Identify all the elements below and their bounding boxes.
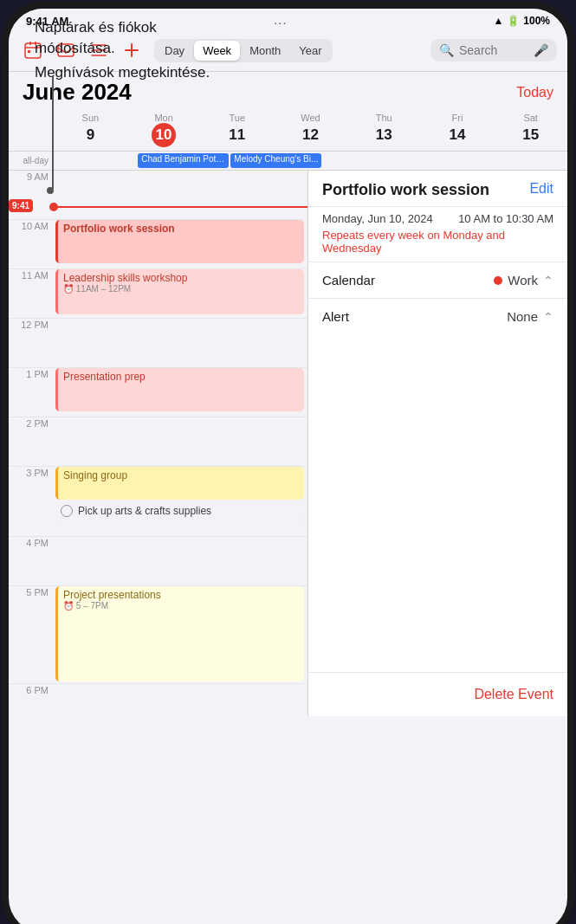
time-content-3pm: Singing group Pick up arts & crafts supp… — [54, 467, 307, 536]
allday-row: all-day Chad Benjamin Pott... Melody Che… — [9, 152, 567, 171]
today-button[interactable]: Today — [516, 85, 553, 100]
time-label-2pm: 2 PM — [9, 417, 54, 466]
time-content-4pm — [54, 537, 307, 585]
day-col-wed: Wed 12 — [274, 109, 347, 151]
calendar-scroll[interactable]: 9 AM 9:41 10 AM Portfolio work sess — [9, 171, 307, 716]
event-presentation-title: Presentation prep — [63, 371, 299, 383]
view-month-btn[interactable]: Month — [241, 41, 289, 61]
event-leadership[interactable]: Leadership skills workshop ⏰ 11AM – 12PM — [55, 269, 304, 314]
toolbar: Day Week Month Year 🔍 🎤 — [9, 33, 567, 72]
allday-sun — [55, 153, 136, 168]
mon-num: 10 — [152, 123, 176, 147]
time-content-11am: Leadership skills workshop ⏰ 11AM – 12PM — [54, 269, 307, 318]
wed-num: 12 — [299, 123, 323, 147]
svg-rect-0 — [25, 43, 41, 58]
detail-footer: Delete Event — [308, 672, 567, 716]
wed-label: Wed — [275, 113, 346, 123]
current-time-dot — [49, 203, 58, 211]
status-dots: ... — [275, 16, 288, 26]
current-time-badge: 9:41 — [9, 199, 33, 212]
time-label-11am: 11 AM — [9, 269, 54, 318]
list-icon[interactable] — [85, 36, 113, 64]
time-label-3pm: 3 PM — [9, 467, 54, 536]
task-circle-arts — [61, 505, 73, 517]
event-portfolio[interactable]: Portfolio work session — [55, 220, 304, 263]
time-row-6pm: 6 PM — [9, 684, 307, 716]
fri-num: 14 — [445, 123, 469, 147]
calendar-value-text: Work — [508, 273, 538, 288]
day-col-tue: Tue 11 — [200, 109, 274, 151]
svg-rect-2 — [35, 42, 36, 45]
search-input[interactable] — [459, 43, 528, 57]
time-row-10am: 10 AM Portfolio work session — [9, 220, 307, 269]
week-header: Sun 9 Mon 10 Tue 11 Wed 12 Thu 13 Fri 14… — [9, 109, 567, 152]
time-label-1pm: 1 PM — [9, 368, 54, 417]
view-year-btn[interactable]: Year — [290, 41, 330, 61]
detail-alert-label: Alert — [322, 309, 349, 324]
mic-icon[interactable]: 🎤 — [534, 43, 548, 57]
device-frame: Naptárak és fiókok módosítása. Meghíváso… — [9, 9, 567, 924]
battery-icon: 🔋 — [507, 15, 520, 27]
time-row-5pm: 5 PM Project presentations ⏰ 5 – 7PM — [9, 586, 307, 684]
status-bar: 9:41 AM ... ▲ 🔋 100% — [9, 9, 567, 33]
sat-label: Sat — [495, 113, 566, 123]
detail-calendar-value[interactable]: Work ⌃ — [494, 273, 553, 288]
mon-label: Mon — [129, 113, 199, 123]
event-singing[interactable]: Singing group — [55, 467, 304, 500]
inbox-icon[interactable] — [52, 36, 80, 64]
time-row-3pm: 3 PM Singing group Pick up arts & crafts… — [9, 467, 307, 537]
allday-event-melody[interactable]: Melody Cheung's Bi... — [230, 153, 321, 168]
calendar-chevron-icon: ⌃ — [543, 274, 553, 288]
sun-num: 9 — [78, 123, 102, 147]
edit-button[interactable]: Edit — [529, 181, 553, 197]
event-project-time: ⏰ 5 – 7PM — [63, 601, 299, 611]
sun-label: Sun — [55, 113, 126, 123]
time-label-12pm: 12 PM — [9, 319, 54, 367]
alert-chevron-icon: ⌃ — [543, 310, 553, 324]
time-content-2pm — [54, 417, 307, 466]
allday-label: all-day — [9, 152, 54, 170]
task-arts[interactable]: Pick up arts & crafts supplies — [55, 501, 304, 520]
detail-calendar-label: Calendar — [322, 273, 375, 288]
view-week-btn[interactable]: Week — [194, 41, 240, 61]
detail-title: Portfolio work session — [322, 181, 522, 199]
allday-event-chad[interactable]: Chad Benjamin Pott... — [138, 153, 229, 168]
time-col-spacer — [9, 109, 54, 151]
time-content-9am: 9:41 — [54, 171, 307, 219]
event-project[interactable]: Project presentations ⏰ 5 – 7PM — [55, 586, 304, 682]
time-row-11am: 11 AM Leadership skills workshop ⏰ 11AM … — [9, 269, 307, 319]
detail-header: Portfolio work session Edit — [308, 171, 567, 207]
time-row-2pm: 2 PM — [9, 417, 307, 467]
detail-pane: Portfolio work session Edit Monday, Jun … — [307, 171, 567, 716]
detail-time: 10 AM to 10:30 AM — [458, 212, 553, 225]
detail-date: Monday, Jun 10, 2024 — [322, 212, 433, 225]
detail-date-time-row: Monday, Jun 10, 2024 10 AM to 10:30 AM — [308, 207, 567, 227]
view-switcher: Day Week Month Year — [154, 39, 333, 62]
time-label-6pm: 6 PM — [9, 684, 54, 716]
day-col-sun: Sun 9 — [54, 109, 127, 151]
event-leadership-title: Leadership skills workshop — [63, 272, 299, 284]
add-icon[interactable] — [118, 36, 146, 64]
detail-alert-row: Alert None ⌃ — [308, 298, 567, 334]
search-bar[interactable]: 🔍 🎤 — [430, 39, 557, 61]
calendar-icon[interactable] — [19, 36, 47, 64]
battery-label: 100% — [523, 15, 550, 27]
delete-event-button[interactable]: Delete Event — [474, 687, 553, 702]
thu-label: Thu — [349, 113, 419, 123]
wifi-icon: ▲ — [493, 15, 503, 27]
event-portfolio-title: Portfolio work session — [63, 223, 299, 235]
current-time-line: 9:41 — [54, 206, 307, 208]
status-right: ▲ 🔋 100% — [493, 15, 550, 27]
time-label-4pm: 4 PM — [9, 537, 54, 585]
event-singing-title: Singing group — [63, 469, 299, 481]
day-col-thu: Thu 13 — [347, 109, 421, 151]
calendar-main: 9 AM 9:41 10 AM Portfolio work sess — [9, 171, 567, 716]
day-col-fri: Fri 14 — [421, 109, 495, 151]
detail-calendar-row: Calendar Work ⌃ — [308, 262, 567, 298]
detail-alert-value[interactable]: None ⌃ — [507, 309, 553, 324]
search-icon: 🔍 — [439, 43, 454, 57]
event-presentation[interactable]: Presentation prep — [55, 368, 304, 411]
month-header: June 2024 Today — [9, 72, 567, 109]
view-day-btn[interactable]: Day — [156, 41, 193, 61]
time-label-10am: 10 AM — [9, 220, 54, 268]
